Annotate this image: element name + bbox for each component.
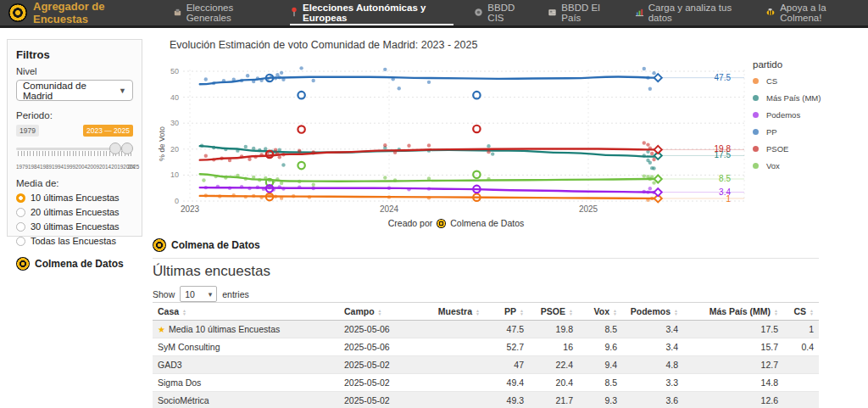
- sort-icon: ▲▼: [774, 309, 778, 316]
- nav-bbdd-cis[interactable]: BBDD CIS: [474, 0, 527, 25]
- target-icon: [474, 8, 483, 19]
- colmena-logo-icon: [8, 3, 27, 22]
- svg-text:2025: 2025: [579, 204, 598, 214]
- legend-dot-icon: [753, 112, 759, 118]
- svg-text:2024: 2024: [380, 204, 399, 214]
- table-row: SyM Consulting2025-05-0652.7169.63.415.7…: [153, 338, 819, 356]
- slider-handle-end[interactable]: [121, 143, 133, 154]
- legend-dot-icon: [753, 163, 759, 169]
- newspaper-icon: [548, 8, 557, 19]
- svg-text:% de Voto: % de Voto: [158, 126, 166, 161]
- nav-elecciones-autonomicas[interactable]: Elecciones Autonómicas y Europeas: [290, 0, 453, 25]
- chevron-down-icon: ▼: [119, 87, 126, 95]
- section-heading: Últimas encuestas: [153, 263, 270, 280]
- chart-title: Evolución Estimación de voto Comunidad d…: [170, 39, 477, 51]
- nivel-label: Nivel: [16, 66, 133, 76]
- filters-panel: Filtros Nivel Comunidad de Madrid ▼ Peri…: [7, 39, 142, 237]
- polls-table: Casa▲▼Campo▲▼Muestra▲▼PP▲▼PSOE▲▼Vox▲▼Pod…: [153, 302, 819, 408]
- chart-caption: Creado por Colmena de Datos: [158, 218, 754, 228]
- column-header[interactable]: CS▲▼: [783, 303, 819, 321]
- radio-icon: [16, 208, 25, 217]
- slider-handle-start[interactable]: [109, 143, 121, 154]
- bee-icon: [765, 8, 776, 18]
- svg-text:10: 10: [170, 170, 179, 179]
- radio-selected-icon: [16, 193, 25, 203]
- colmena-logo-icon: [16, 257, 30, 271]
- divider: [153, 258, 819, 259]
- legend-item[interactable]: Podemos: [753, 110, 821, 120]
- svg-text:3.4: 3.4: [719, 187, 731, 197]
- page-size-select[interactable]: 10 ▾: [180, 286, 217, 302]
- filters-title: Filtros: [16, 48, 133, 61]
- column-header[interactable]: Casa▲▼: [153, 303, 339, 321]
- radio-todas[interactable]: Todas las Encuestas: [16, 236, 133, 246]
- column-header[interactable]: Campo▲▼: [339, 303, 424, 321]
- legend-item[interactable]: PSOE: [753, 144, 821, 154]
- map-pin-icon: [290, 7, 298, 19]
- legend-item[interactable]: Vox: [753, 161, 821, 170]
- colmena-logo-icon: [153, 238, 166, 252]
- legend-dot-icon: [753, 146, 759, 152]
- legend-item[interactable]: Más País (MM): [753, 93, 821, 103]
- legend-item[interactable]: CS: [753, 76, 821, 86]
- bar-chart-icon: [635, 8, 644, 19]
- nav-menu: Elecciones Generales Elecciones Autonómi…: [173, 0, 860, 25]
- legend-title: partido: [753, 59, 821, 70]
- legend-dot-icon: [753, 129, 759, 135]
- radio-icon: [16, 237, 25, 246]
- range-selected-badge: 2023 — 2025: [83, 125, 133, 137]
- slider-year-labels: 1979198419891994199920042009201420192024…: [16, 164, 133, 170]
- table-row: Sigma Dos2025-05-0249.420.48.53.314.8: [153, 374, 819, 392]
- svg-text:40: 40: [170, 93, 179, 102]
- legend-dot-icon: [753, 95, 759, 101]
- section-brand: Colmena de Datos: [153, 238, 260, 252]
- sidebar-brand: Colmena de Datos: [16, 257, 133, 271]
- legend-dot-icon: [753, 78, 759, 84]
- sort-icon: ▲▼: [378, 309, 382, 316]
- column-header[interactable]: PSOE▲▼: [529, 303, 578, 321]
- legend-item[interactable]: PP: [753, 127, 821, 137]
- bee-logo-icon: [437, 219, 446, 228]
- chevron-down-icon: ▾: [209, 290, 213, 299]
- polling-chart[interactable]: 01020304050202320242025% de Voto47.517.5…: [158, 58, 754, 226]
- nivel-selected-value: Comunidad de Madrid: [23, 81, 119, 101]
- radio-30-ultimas[interactable]: 30 últimas Encuestas: [16, 221, 133, 232]
- column-header[interactable]: Podemos▲▼: [622, 303, 683, 321]
- nav-bbdd-elpais[interactable]: BBDD El País: [548, 0, 614, 25]
- app-title: Agregador de Encuestas: [33, 0, 149, 25]
- nav-elecciones-generales[interactable]: Elecciones Generales: [173, 0, 270, 25]
- chart-legend: partido CSMás País (MM)PodemosPPPSOEVox: [753, 59, 821, 178]
- column-header[interactable]: Vox▲▼: [578, 303, 622, 321]
- nav-apoya-colmena[interactable]: Apoya a la Colmena!: [765, 0, 860, 25]
- range-start-badge: 1979: [16, 125, 39, 137]
- svg-text:19.8: 19.8: [715, 144, 732, 154]
- sort-icon: ▲▼: [182, 309, 186, 316]
- column-header[interactable]: PP▲▼: [485, 303, 529, 321]
- nav-carga-datos[interactable]: Carga y analiza tus datos: [635, 0, 746, 25]
- ballot-box-icon: [173, 8, 182, 19]
- column-header[interactable]: Más País (MM)▲▼: [683, 303, 783, 321]
- table-row: SocioMétrica2025-05-0249.321.79.33.612.6: [153, 392, 819, 408]
- nivel-select[interactable]: Comunidad de Madrid ▼: [16, 80, 133, 101]
- svg-text:2023: 2023: [181, 204, 200, 214]
- table-row: GAD32025-05-024722.49.44.812.7: [153, 356, 819, 374]
- show-entries-control: Show 10 ▾ entries: [153, 286, 249, 302]
- media-de-label: Media de:: [16, 178, 133, 188]
- periodo-slider[interactable]: [16, 143, 133, 156]
- svg-text:0: 0: [175, 197, 179, 205]
- radio-10-ultimas[interactable]: 10 últimas Encuestas: [16, 193, 133, 203]
- svg-text:30: 30: [170, 119, 179, 127]
- svg-text:8.5: 8.5: [719, 174, 731, 183]
- top-navbar: Agregador de Encuestas Elecciones Genera…: [0, 0, 868, 28]
- radio-20-ultimas[interactable]: 20 últimas Encuestas: [16, 207, 133, 217]
- sort-icon: ▲▼: [520, 309, 524, 316]
- sort-icon: ▲▼: [613, 309, 617, 316]
- sort-icon: ▲▼: [569, 309, 573, 316]
- app-brand[interactable]: Agregador de Encuestas: [8, 0, 149, 25]
- column-header[interactable]: Muestra▲▼: [424, 303, 485, 321]
- table-row: ★Media 10 últimas Encuestas2025-05-0647.…: [153, 321, 819, 338]
- svg-text:47.5: 47.5: [715, 73, 732, 82]
- star-icon: ★: [158, 325, 165, 334]
- radio-icon: [16, 222, 25, 232]
- sort-icon: ▲▼: [674, 309, 678, 316]
